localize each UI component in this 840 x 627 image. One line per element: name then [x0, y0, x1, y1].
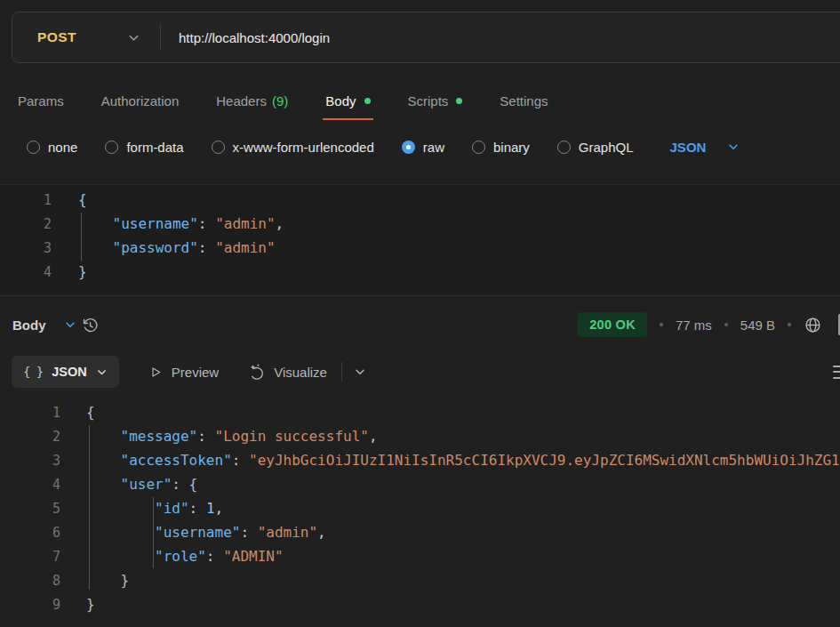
globe-icon[interactable] [804, 316, 822, 334]
response-format-button[interactable]: { } JSON [12, 356, 119, 388]
response-meta: 200 OK 77 ms 549 B [578, 312, 840, 337]
body-mode-raw[interactable]: raw [402, 140, 444, 155]
code-line: 7 "role": "ADMIN" [0, 544, 840, 568]
visualize-button[interactable]: Visualize [247, 363, 327, 381]
body-mode-none[interactable]: none [27, 140, 77, 155]
separator-dot [660, 323, 663, 326]
code-line: 1{ [0, 400, 840, 424]
history-icon[interactable] [80, 315, 100, 334]
request-body-editor[interactable]: 1{2 "username": "admin",3 "password": "a… [0, 184, 840, 296]
code-content: "username": "admin", [60, 524, 326, 541]
preview-label: Preview [172, 365, 219, 380]
request-url-bar: POST http://localhost:4000/login [12, 12, 840, 63]
indent-guide [89, 425, 90, 590]
response-size: 549 B [740, 318, 775, 333]
method-selector[interactable]: POST [12, 12, 160, 62]
code-line: 6 "username": "admin", [0, 520, 840, 544]
body-mode-label: x-www-form-urlencoded [233, 140, 374, 155]
response-body-editor[interactable]: 1{2 "message": "Login successful",3 "acc… [0, 400, 840, 627]
chevron-down-icon [727, 141, 740, 153]
radio-button [472, 141, 485, 154]
method-label: POST [37, 29, 76, 45]
tab-headers[interactable]: Headers(9) [216, 82, 288, 120]
code-content: "id": 1, [60, 500, 223, 517]
line-number: 6 [0, 525, 60, 541]
tab-label: Scripts [408, 93, 449, 109]
body-mode-label: none [48, 140, 77, 155]
response-format-label: JSON [52, 365, 87, 379]
radio-button [557, 141, 571, 154]
raw-language-selector[interactable]: JSON [670, 140, 740, 155]
radio-button [402, 141, 415, 154]
body-mode-radios: noneform-datax-www-form-urlencodedrawbin… [27, 140, 634, 155]
code-content: } [52, 263, 87, 280]
code-content: "message": "Login successful", [60, 428, 378, 445]
radio-button [27, 141, 40, 154]
radio-button [105, 141, 118, 154]
hamburger-menu-icon[interactable] [833, 366, 840, 379]
code-content: "password": "admin" [52, 239, 276, 256]
tab-scripts[interactable]: Scripts [408, 82, 463, 120]
tab-label: Headers [216, 93, 267, 109]
line-number: 1 [0, 192, 52, 208]
body-mode-binary[interactable]: binary [472, 140, 530, 155]
line-number: 7 [0, 549, 60, 565]
visualize-label: Visualize [274, 365, 327, 380]
url-input[interactable]: http://localhost:4000/login [161, 30, 330, 45]
radio-button [212, 141, 225, 154]
toolbar-divider [341, 362, 342, 382]
code-content: { [60, 404, 95, 421]
tab-authorization[interactable]: Authorization [101, 82, 180, 120]
code-line: 1{ [0, 188, 840, 212]
tab-params[interactable]: Params [18, 82, 64, 120]
tab-body[interactable]: Body [325, 82, 370, 120]
separator-dot [724, 323, 728, 326]
line-number: 8 [0, 573, 60, 589]
line-number: 9 [0, 597, 60, 613]
code-line: 5 "id": 1, [0, 496, 840, 520]
chevron-down-icon[interactable] [354, 366, 366, 378]
play-icon [148, 365, 163, 380]
indent-guide [81, 213, 82, 261]
body-mode-label: binary [493, 140, 530, 155]
tab-settings[interactable]: Settings [500, 82, 548, 120]
preview-button[interactable]: Preview [148, 365, 219, 380]
response-view-selector[interactable]: Body [12, 318, 76, 333]
raw-language-label: JSON [670, 140, 707, 155]
status-badge: 200 OK [578, 312, 647, 337]
code-line: 3 "password": "admin" [0, 236, 840, 260]
chevron-down-icon [96, 366, 108, 378]
green-dot-icon [364, 98, 371, 104]
tab-count-badge: (9) [272, 93, 288, 109]
code-content: "accessToken": "eyJhbGciOiJIUzI1NiIsInR5… [60, 452, 840, 469]
code-content: } [60, 596, 95, 613]
response-header: Body 200 OK 77 ms 549 B [12, 302, 840, 347]
line-number: 4 [0, 264, 52, 280]
green-dot-icon [456, 98, 462, 104]
separator-dot [788, 323, 791, 326]
code-content: "role": "ADMIN" [60, 548, 284, 565]
body-mode-graphql[interactable]: GraphQL [557, 140, 634, 155]
code-line: 4 "user": { [0, 472, 840, 496]
curly-braces-icon: { } [23, 365, 43, 379]
line-number: 3 [0, 240, 52, 256]
tab-label: Body [325, 93, 356, 109]
response-time: 77 ms [676, 318, 712, 333]
body-mode-label: GraphQL [579, 140, 634, 155]
code-line: 9} [0, 592, 840, 616]
code-line: 8 } [0, 568, 840, 592]
code-content: "username": "admin", [52, 215, 284, 232]
body-mode-row: noneform-datax-www-form-urlencodedrawbin… [27, 130, 740, 164]
indent-guide [153, 497, 154, 568]
tab-label: Params [18, 93, 64, 109]
tab-label: Settings [500, 93, 548, 109]
body-mode-form-data[interactable]: form-data [105, 140, 183, 155]
response-view-label: Body [12, 318, 46, 333]
sparkle-circle-icon [247, 363, 265, 381]
chevron-down-icon [64, 318, 76, 331]
response-toolbar: { } JSON Preview Visualize [12, 355, 840, 389]
line-number: 5 [0, 501, 60, 517]
code-content: { [52, 191, 87, 208]
body-mode-x-www-form-urlencoded[interactable]: x-www-form-urlencoded [212, 140, 374, 155]
line-number: 3 [0, 453, 60, 469]
